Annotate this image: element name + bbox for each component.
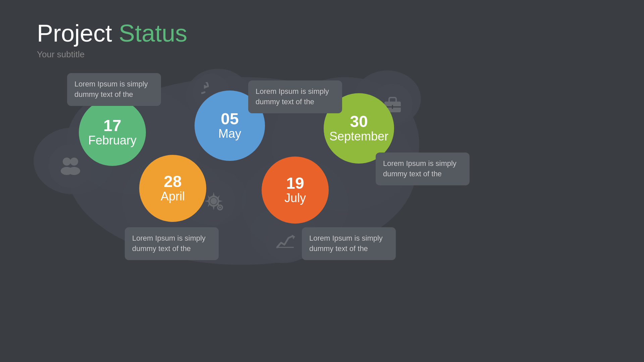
page-header: Project Status Your subtitle [37,20,187,60]
svg-point-13 [68,167,80,175]
month-september: September [329,130,388,143]
infobox-july: Lorem Ipsum is simply dummy text of the [302,227,396,260]
infobox-september-text: Lorem Ipsum is simply dummy text of the [383,159,457,178]
month-july: July [284,191,306,205]
date-circle-february: 17 February [79,99,146,166]
day-february: 17 [103,118,121,134]
month-may: May [218,127,241,140]
infobox-may: Lorem Ipsum is simply dummy text of the [248,80,342,113]
svg-point-11 [70,158,78,166]
month-february: February [88,134,137,147]
infobox-april: Lorem Ipsum is simply dummy text of the [125,227,219,260]
date-circle-july: 19 July [262,157,329,224]
page-title: Project Status [37,20,187,47]
month-april: April [161,190,185,203]
day-may: 05 [221,111,238,127]
infobox-july-text: Lorem Ipsum is simply dummy text of the [309,234,383,253]
title-plain: Project [37,20,112,47]
svg-point-18 [219,206,221,208]
svg-point-15 [210,198,217,204]
day-april: 28 [164,174,181,190]
page-subtitle: Your subtitle [37,49,187,60]
infobox-april-text: Lorem Ipsum is simply dummy text of the [132,234,206,253]
infobox-may-text: Lorem Ipsum is simply dummy text of the [256,87,329,106]
title-accent: Status [119,20,187,47]
day-july: 19 [286,175,304,191]
day-september: 30 [350,114,368,130]
infobox-september: Lorem Ipsum is simply dummy text of the [376,153,470,185]
infobox-february-text: Lorem Ipsum is simply dummy text of the [74,80,148,99]
chart-icon-circle [265,221,305,261]
infobox-february: Lorem Ipsum is simply dummy text of the [67,73,161,106]
svg-point-10 [63,158,71,166]
date-circle-april: 28 April [139,155,206,222]
